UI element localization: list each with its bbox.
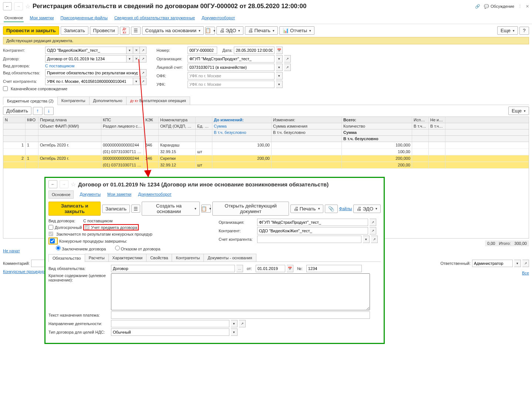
dtab-har[interactable]: Характеристики	[108, 254, 147, 262]
pechat-button[interactable]: 🖨 Печать	[245, 26, 278, 35]
calendar-icon[interactable]: 📅	[276, 47, 283, 54]
tekst-input[interactable]	[111, 311, 370, 319]
open-icon[interactable]: ↗	[140, 55, 147, 63]
ov-tab-zam[interactable]: Мои заметки	[107, 190, 132, 199]
calendar-icon[interactable]: 📅	[287, 265, 293, 272]
open-icon[interactable]: ↗	[371, 236, 378, 243]
help-button[interactable]: ?	[519, 27, 529, 35]
clear-icon[interactable]: ✕	[133, 55, 140, 63]
tab-sved[interactable]: Сведения об обязательствах загруженные	[114, 14, 196, 22]
dropdown-icon[interactable]: ▾	[231, 328, 238, 336]
ot-input[interactable]	[256, 265, 285, 272]
down-button[interactable]: ↓	[44, 107, 54, 115]
ov-fwd-button[interactable]: →	[60, 180, 68, 188]
open-icon[interactable]: ↗	[522, 260, 529, 267]
table-row[interactable]: (01) 03731030711 (в казначействе) 32.99.…	[3, 162, 529, 169]
table-row[interactable]: 2 1 Октябрь 2020 г. 0000000000000244 346…	[3, 155, 529, 162]
ov-tab-doco[interactable]: Документооборот	[137, 190, 172, 199]
ov-schet-input[interactable]	[257, 236, 361, 243]
dropdown-icon[interactable]: ▾	[514, 260, 521, 267]
dtab-ob[interactable]: Обязательство	[48, 254, 85, 262]
dtab-ras[interactable]: Расчеты	[85, 254, 109, 262]
open-icon[interactable]: ↗	[140, 78, 147, 85]
ufk-input[interactable]	[188, 81, 275, 88]
open-icon[interactable]: ↗	[239, 320, 246, 327]
vid-ob-input[interactable]	[45, 69, 140, 77]
no-input[interactable]	[306, 265, 362, 272]
ov-zapzak-button[interactable]: Записать и закрыть	[48, 202, 101, 216]
otv-input[interactable]	[472, 260, 513, 267]
zapisat-button[interactable]: Записать	[61, 26, 88, 35]
kebab-icon[interactable]: ⋮	[518, 4, 522, 9]
ov-tab-doc[interactable]: Документы	[79, 190, 101, 199]
r1-radio[interactable]	[56, 246, 61, 250]
add-button[interactable]: Добавить	[3, 107, 31, 115]
dtab-dob[interactable]: Документы - основания	[203, 254, 256, 262]
ov-soz-button[interactable]: Создать на основании	[142, 202, 200, 216]
provesti-button[interactable]: Провести	[90, 26, 118, 35]
ov-tab-osn[interactable]: Основное	[48, 190, 74, 199]
open-icon[interactable]: ↗	[284, 55, 291, 63]
open-icon[interactable]: ↗	[284, 64, 291, 71]
ov-zap-button[interactable]: Записать	[102, 205, 130, 213]
napr-input[interactable]	[111, 320, 229, 327]
vse-link[interactable]: Все	[522, 271, 529, 275]
ov-kontr-input[interactable]	[257, 227, 368, 235]
dtab-sv[interactable]: Свойства	[146, 254, 172, 262]
copy-button[interactable]: 📋	[205, 27, 215, 35]
open-icon[interactable]: ↗	[370, 227, 376, 235]
discuss-button[interactable]: 💬 Обсуждение	[484, 4, 514, 9]
nomer-input[interactable]	[188, 47, 217, 54]
tab-files[interactable]: Присоединенные файлы	[60, 14, 108, 22]
esche-button[interactable]: Еще	[497, 26, 518, 35]
dropdown-icon[interactable]: ▾	[231, 320, 238, 327]
table-row[interactable]: 1 1 Октябрь 2020 г. 0000000000000244 346…	[3, 142, 529, 149]
lic-input[interactable]	[188, 64, 275, 71]
list-icon-button[interactable]: ☰	[131, 27, 141, 35]
dropdown-icon[interactable]: ▾	[276, 64, 283, 71]
close-icon[interactable]: ✕	[526, 4, 529, 9]
dropdown-icon[interactable]: ▾	[127, 55, 133, 63]
org-input[interactable]	[188, 55, 275, 63]
ov-files-link[interactable]: Файлы	[339, 206, 352, 211]
star-icon[interactable]: ☆	[71, 181, 76, 188]
ov-edo-button[interactable]: 🖨 ЭДО	[353, 205, 381, 213]
vidob-input[interactable]	[111, 265, 235, 272]
subtab-buh[interactable]: Дт Кт Бухгалтерская операция	[126, 97, 190, 105]
open-icon[interactable]: ↗	[140, 69, 147, 77]
schet-input[interactable]	[45, 78, 133, 85]
link-icon[interactable]: 🔗	[475, 4, 480, 9]
dropdown-icon[interactable]: ▾	[276, 72, 283, 80]
tab-doc[interactable]: Документооборот	[201, 14, 236, 22]
r2-radio[interactable]	[115, 246, 120, 250]
clear-icon[interactable]: ✕	[133, 47, 140, 54]
open-icon[interactable]: ↗	[370, 219, 376, 226]
komm-input[interactable]	[31, 260, 46, 267]
tab-osnovnoe[interactable]: Основное	[4, 14, 24, 22]
dropdown-icon[interactable]: ▾	[363, 236, 370, 243]
edo-button[interactable]: 🖨 ЭДО	[216, 26, 244, 35]
ov-otkr-button[interactable]: Открыть действующий документ	[212, 202, 289, 216]
tab-zametki[interactable]: Мои заметки	[29, 14, 54, 22]
ofk-input[interactable]	[188, 72, 275, 80]
dropdown-icon[interactable]: ▾	[127, 47, 133, 54]
ov-pech-button[interactable]: 🖨 Печать	[290, 205, 323, 213]
konkz-checkbox[interactable]	[50, 239, 55, 243]
nav-back-button[interactable]: ←	[3, 2, 12, 10]
dropdown-icon[interactable]: ▾	[276, 55, 283, 63]
dogovor-input[interactable]	[45, 55, 127, 63]
krat-textarea[interactable]	[111, 273, 370, 310]
dropdown-icon[interactable]: ▾	[276, 81, 283, 88]
dtki-button[interactable]: ДтКт	[120, 27, 129, 35]
table-row[interactable]: (01) 03731030711 (в казначействе) 32.99.…	[3, 149, 529, 155]
konkurs-link[interactable]: Конкурсные процедуры	[3, 269, 47, 274]
star-icon[interactable]: ☆	[25, 3, 30, 10]
nenacha-link[interactable]: Не начат	[3, 249, 20, 253]
ov-clip-button[interactable]: 📎	[325, 205, 338, 213]
kazna-checkbox[interactable]	[3, 86, 8, 91]
dolg-checkbox[interactable]	[48, 225, 53, 230]
provesti-zakryt-button[interactable]: Провести и закрыть	[3, 26, 59, 35]
up-button[interactable]: ↑	[33, 107, 43, 115]
more-icon[interactable]: …	[236, 265, 243, 272]
dropdown-icon[interactable]: ▾	[133, 78, 140, 85]
